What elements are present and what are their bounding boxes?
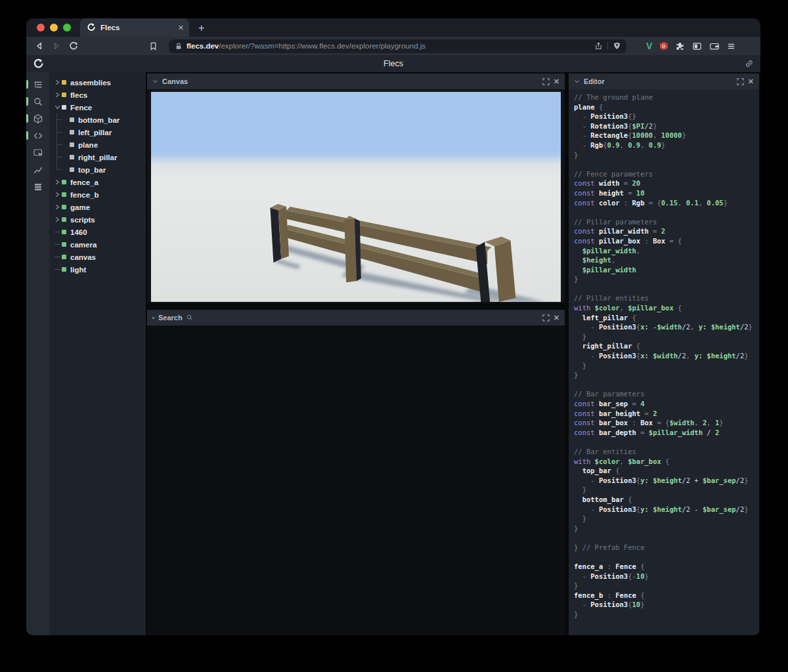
- code-line: } // Prefab Fence: [574, 543, 759, 553]
- vue-devtools-icon[interactable]: V: [646, 41, 652, 51]
- sidebar-cube-icon[interactable]: [26, 110, 49, 127]
- chevron-collapsed-icon[interactable]: [53, 76, 62, 89]
- side-panel-icon[interactable]: [692, 41, 702, 51]
- chevron-collapsed-icon[interactable]: [53, 213, 62, 226]
- url-path: /explorer/?wasm=https://www.flecs.dev/ex…: [219, 42, 426, 50]
- tree-item-label: Fence: [70, 104, 92, 112]
- code-line: top_bar {: [574, 466, 759, 476]
- sidebar-outline-tree-icon[interactable]: [26, 76, 49, 93]
- editor-panel-header[interactable]: Editor ✕: [569, 74, 759, 89]
- chevron-collapsed-icon[interactable]: [53, 188, 62, 201]
- fullscreen-icon[interactable]: [542, 314, 550, 322]
- tree-item-label: light: [70, 266, 86, 274]
- tree-item-assemblies[interactable]: assemblies: [49, 76, 146, 89]
- entity-color-square: [62, 255, 66, 259]
- tree-item-flecs[interactable]: flecs: [49, 89, 146, 101]
- sidebar-chart-icon[interactable]: [26, 161, 49, 178]
- tab-title: Flecs: [100, 24, 173, 32]
- tree-item-light[interactable]: light: [49, 263, 146, 276]
- entity-color-square: [70, 130, 74, 135]
- tree-item-fence_b[interactable]: fence_b: [49, 188, 146, 201]
- tree-item-fence_a[interactable]: fence_a: [49, 176, 146, 188]
- back-icon[interactable]: [34, 41, 45, 51]
- close-icon[interactable]: ✕: [748, 77, 754, 86]
- minimize-window-button[interactable]: [50, 24, 58, 32]
- tree-connector: [53, 151, 70, 163]
- canvas-panel-title: Canvas: [162, 77, 188, 85]
- code-line: [574, 284, 759, 294]
- canvas-3d-viewport[interactable]: [147, 89, 565, 303]
- layers-icon: [33, 182, 43, 192]
- close-icon[interactable]: ✕: [554, 77, 559, 86]
- code-line: [574, 533, 759, 543]
- tree-item-label: scripts: [70, 216, 95, 224]
- code-editor[interactable]: // The ground planeplane { - Position3{}…: [569, 89, 759, 635]
- search-panel-header[interactable]: Search ✕: [147, 310, 565, 326]
- tree-item-label: plane: [78, 141, 98, 149]
- bookmark-icon[interactable]: [148, 41, 158, 51]
- tree-connector: [53, 138, 70, 151]
- tree-item-top_bar[interactable]: top_bar: [49, 163, 146, 176]
- address-bar[interactable]: flecs.dev/explorer/?wasm=https://www.fle…: [169, 39, 626, 53]
- chevron-collapsed-icon[interactable]: [53, 176, 62, 188]
- tab-close-icon[interactable]: ✕: [178, 24, 184, 32]
- tab-bar: Flecs ✕ +: [26, 18, 760, 37]
- code-line: [574, 553, 759, 562]
- tree-item-label: bottom_bar: [78, 116, 120, 124]
- fullscreen-icon[interactable]: [737, 78, 744, 85]
- extensions-puzzle-icon[interactable]: [675, 41, 685, 51]
- new-tab-button[interactable]: +: [189, 22, 204, 37]
- brave-shield-icon[interactable]: [613, 41, 621, 51]
- close-icon[interactable]: ✕: [554, 314, 559, 322]
- close-window-button[interactable]: [37, 24, 45, 32]
- tree-item-left_pillar[interactable]: left_pillar: [49, 126, 146, 138]
- entity-color-square: [70, 167, 74, 172]
- code-line: }: [574, 150, 759, 160]
- share-icon[interactable]: [594, 41, 603, 51]
- search-results-area[interactable]: [147, 326, 565, 635]
- outline-tree-icon: [33, 79, 43, 90]
- entity-color-square: [62, 80, 66, 85]
- tree-item-right_pillar[interactable]: right_pillar: [49, 151, 146, 163]
- tree-item-camera[interactable]: camera: [49, 238, 146, 251]
- canvas-panel-header[interactable]: Canvas ✕: [147, 74, 565, 89]
- tree-item-canvas[interactable]: canvas: [49, 251, 146, 263]
- sidebar-layers-icon[interactable]: [26, 178, 49, 196]
- sidebar-code-icon[interactable]: [26, 127, 49, 144]
- chevron-down-icon[interactable]: [152, 79, 158, 84]
- traffic-lights: [26, 18, 80, 37]
- reload-icon[interactable]: [68, 41, 79, 51]
- code-line: [574, 437, 759, 447]
- sidebar-inspector-icon[interactable]: [26, 144, 49, 161]
- chevron-expanded-icon[interactable]: [53, 101, 62, 114]
- zoom-window-button[interactable]: [63, 24, 71, 32]
- code-line: }: [574, 485, 759, 495]
- chevron-collapsed-icon[interactable]: [53, 89, 62, 101]
- sidebar-search-icon[interactable]: [26, 93, 49, 110]
- code-line: $height,: [574, 255, 759, 265]
- code-line: - Position3{y: $height/2 - $bar_sep/2}: [574, 505, 759, 514]
- code-line: $pillar_width: [574, 265, 759, 275]
- tree-item-Fence[interactable]: Fence: [49, 101, 146, 114]
- tree-item-game[interactable]: game: [49, 201, 146, 213]
- collapsed-dot-icon[interactable]: [152, 317, 154, 319]
- tree-item-scripts[interactable]: scripts: [49, 213, 146, 226]
- adblock-hexagon-icon[interactable]: [659, 42, 668, 51]
- chevron-down-icon[interactable]: [574, 79, 580, 84]
- search-panel-title: Search: [158, 314, 183, 322]
- code-line: }: [574, 514, 759, 524]
- code-line: const color : Rgb = {0.15, 0.1, 0.05}: [574, 198, 759, 208]
- chevron-collapsed-icon[interactable]: [53, 201, 62, 213]
- tab-flecs[interactable]: Flecs ✕: [80, 18, 189, 37]
- tree-item-label: fence_b: [70, 191, 98, 199]
- tree-item-plane[interactable]: plane: [49, 138, 146, 151]
- tree-item-label: top_bar: [78, 166, 106, 174]
- wallet-icon[interactable]: [709, 41, 720, 51]
- menu-icon[interactable]: [727, 42, 735, 51]
- tree-item-1460[interactable]: 1460: [49, 226, 146, 238]
- fullscreen-icon[interactable]: [542, 78, 550, 85]
- forward-icon[interactable]: [51, 41, 62, 51]
- tree-item-bottom_bar[interactable]: bottom_bar: [49, 114, 146, 126]
- canvas-panel: Canvas ✕: [147, 74, 565, 303]
- code-line: fence_b : Fence {: [574, 591, 759, 600]
